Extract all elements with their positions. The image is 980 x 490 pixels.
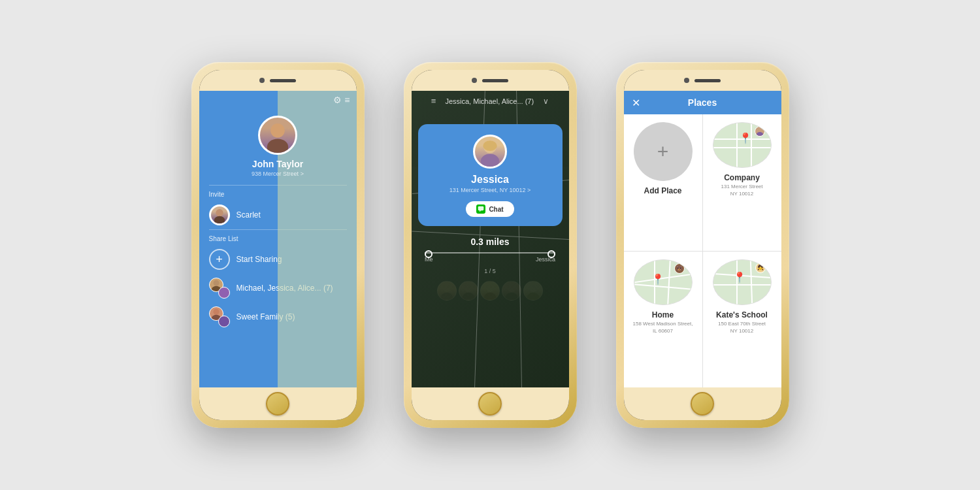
phone-2-screen: ≡ Jessica, Michael, Alice... (7) ∨ Jessi… xyxy=(412,91,569,387)
home-button-1[interactable] xyxy=(266,392,289,416)
conversation-title: Jessica, Michael, Alice... (7) xyxy=(445,97,534,105)
group-2-avatar xyxy=(209,306,230,327)
camera-dot xyxy=(259,78,265,83)
speaker-slot-2 xyxy=(482,79,508,82)
camera-dot-3 xyxy=(684,78,689,83)
svg-point-6 xyxy=(213,309,219,315)
jessica-card[interactable]: Jessica 131 Mercer Street, NY 10012 > Ch… xyxy=(418,124,563,226)
page-indicator: 1 / 5 xyxy=(412,268,569,277)
start-sharing-text: Start Sharing xyxy=(237,255,282,264)
svg-marker-12 xyxy=(480,210,482,212)
settings-icon[interactable]: ⚙ xyxy=(333,95,342,106)
svg-point-23 xyxy=(757,128,762,133)
phone-1-screen: ⚙ ≡ John Taylor 938 Mercer Street > xyxy=(199,91,357,387)
expand-icon[interactable]: ∨ xyxy=(543,97,549,106)
speaker-slot-3 xyxy=(694,79,721,82)
home-cell[interactable]: 📍 🐻 Home 158 West Madison Street, IL 606… xyxy=(624,252,702,388)
company-user-avatar xyxy=(755,126,765,137)
home-name: Home xyxy=(652,310,674,319)
home-bear-avatar: 🐻 xyxy=(674,263,685,274)
company-cell[interactable]: 📍 Company 131 Mercer Street NY 10012 xyxy=(703,114,781,251)
company-addr2: NY 10012 xyxy=(730,191,753,197)
phone-2-top-bar xyxy=(412,70,569,91)
company-map: 📍 xyxy=(713,122,772,168)
places-title: Places xyxy=(688,97,717,108)
phone-2-bottom xyxy=(412,387,569,420)
kates-school-cell[interactable]: 📍 👧 Kate's School 150 East 70th Street N… xyxy=(703,252,781,388)
chat-button[interactable]: Chat xyxy=(466,201,514,217)
add-sharing-icon: + xyxy=(209,249,230,270)
places-header: ✕ Places xyxy=(624,91,781,114)
home-button-3[interactable] xyxy=(691,392,714,416)
user-name: John Taylor xyxy=(252,159,303,169)
phone-1-top-bar xyxy=(199,70,357,91)
add-place-icon: + xyxy=(634,122,693,181)
phone2-header: ≡ Jessica, Michael, Alice... (7) ∨ xyxy=(412,91,569,111)
svg-point-3 xyxy=(214,216,224,223)
distance-value: 0.3 miles xyxy=(470,237,509,247)
add-place-cell[interactable]: + Add Place xyxy=(624,114,702,251)
phone-1-bottom xyxy=(199,387,357,420)
svg-point-24 xyxy=(756,132,763,136)
kates-school-addr1: 150 East 70th Street xyxy=(718,321,766,327)
home-addr2: IL 60607 xyxy=(653,328,673,334)
scarlet-name: Scarlet xyxy=(237,210,261,220)
menu-icon[interactable]: ≡ xyxy=(344,95,350,106)
company-name: Company xyxy=(724,173,760,182)
home-addr1: 158 West Madison Street, xyxy=(633,321,693,327)
svg-point-10 xyxy=(483,140,497,151)
phone1-header: ⚙ ≡ xyxy=(199,91,357,110)
phone-1: ⚙ ≡ John Taylor 938 Mercer Street > xyxy=(191,62,365,428)
jessica-avatar xyxy=(473,135,507,169)
kates-school-map: 📍 👧 xyxy=(713,259,772,305)
phone-3-top-bar xyxy=(624,70,781,91)
school-pin: 📍 xyxy=(733,271,746,284)
phone-3-bottom xyxy=(624,387,781,420)
scarlet-avatar xyxy=(209,204,230,225)
svg-point-0 xyxy=(270,123,285,138)
close-button[interactable]: ✕ xyxy=(632,97,640,109)
company-pin: 📍 xyxy=(739,132,752,144)
jessica-name: Jessica xyxy=(471,174,509,186)
svg-point-9 xyxy=(481,154,499,167)
distance-bar xyxy=(425,252,555,253)
group-1-avatar xyxy=(209,278,230,299)
speaker-slot xyxy=(270,79,296,82)
chat-label: Chat xyxy=(489,206,503,213)
kates-school-name: Kate's School xyxy=(716,310,768,319)
home-pin: 📍 xyxy=(651,273,664,286)
add-place-name: Add Place xyxy=(644,186,681,195)
company-addr1: 131 Mercer Street xyxy=(721,184,762,189)
svg-point-2 xyxy=(216,209,223,216)
kate-avatar: 👧 xyxy=(755,263,766,273)
phone-2: ≡ Jessica, Michael, Alice... (7) ∨ Jessi… xyxy=(404,62,577,428)
camera-dot-2 xyxy=(472,78,477,83)
distance-section: 0.3 miles Me Jessica xyxy=(412,226,569,268)
profile-section: John Taylor 938 Mercer Street > xyxy=(199,110,357,185)
user-address[interactable]: 938 Mercer Street > xyxy=(252,171,304,177)
distance-labels: Me Jessica xyxy=(425,256,555,263)
jessica-address: 131 Mercer Street, NY 10012 > xyxy=(449,187,531,193)
user-avatar[interactable] xyxy=(258,116,297,155)
svg-rect-11 xyxy=(478,206,484,210)
phone-3-screen: ✕ Places + Add Place xyxy=(624,91,781,387)
menu-icon-2[interactable]: ≡ xyxy=(431,96,436,106)
svg-point-1 xyxy=(267,139,288,153)
places-grid: + Add Place xyxy=(624,114,781,387)
svg-point-4 xyxy=(213,280,219,286)
home-map: 📍 🐻 xyxy=(634,259,693,305)
kates-school-addr2: NY 10012 xyxy=(730,328,753,334)
phone-3: ✕ Places + Add Place xyxy=(616,62,789,428)
line-app-icon xyxy=(476,204,485,214)
home-button-2[interactable] xyxy=(478,392,502,416)
